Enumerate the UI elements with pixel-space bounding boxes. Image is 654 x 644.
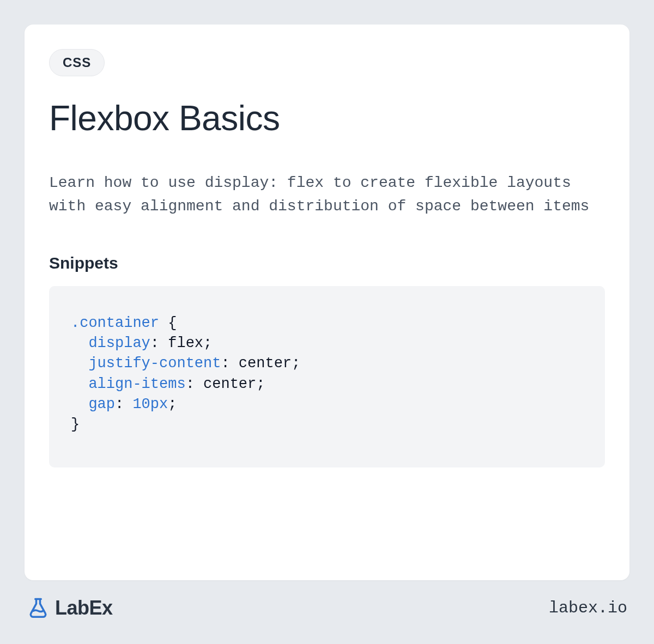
code-property: align-items [88, 376, 185, 392]
code-value: 10px [132, 396, 168, 412]
page-description: Learn how to use display: flex to create… [49, 171, 605, 218]
brand: LabEx [27, 597, 113, 619]
code-value: flex [168, 335, 203, 351]
code-value: center [203, 376, 256, 392]
code-value: center [239, 355, 292, 372]
code-brace-open: { [159, 315, 177, 331]
code-brace-close: } [71, 416, 80, 433]
code-property: justify-content [88, 355, 221, 372]
site-url: labex.io [549, 599, 627, 617]
brand-name: LabEx [55, 597, 113, 619]
snippets-heading: Snippets [49, 254, 605, 272]
code-property: display [88, 335, 150, 351]
page-title: Flexbox Basics [49, 98, 605, 138]
code-selector: .container [71, 315, 159, 331]
code-property: gap [88, 396, 115, 412]
flask-icon [27, 597, 50, 619]
code-snippet: .container { display: flex; justify-cont… [49, 286, 605, 468]
footer: LabEx labex.io [25, 597, 629, 619]
content-card: CSS Flexbox Basics Learn how to use disp… [25, 25, 629, 580]
language-badge: CSS [49, 49, 105, 76]
